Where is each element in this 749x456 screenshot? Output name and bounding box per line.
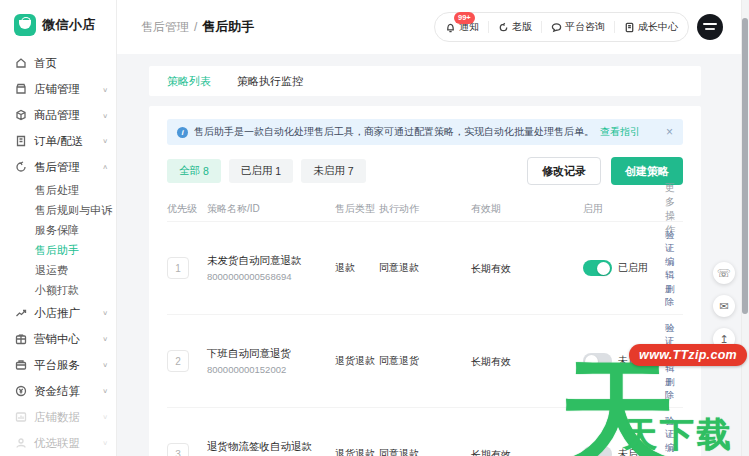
sidebar-item-aftersales[interactable]: 售后管理 (0, 154, 116, 180)
enable-toggle[interactable] (583, 353, 612, 369)
view-guide-link[interactable]: 查看指引 (600, 125, 640, 139)
filter-chip-disabled[interactable]: 未启用7 (301, 159, 365, 183)
validity: 长期有效 (471, 448, 583, 456)
table-row: 3 退货物流签收自动退款800000000232257 退货退款 同意退款 长期… (167, 407, 683, 456)
chevron-up-icon (102, 163, 108, 170)
bell-icon (445, 22, 456, 33)
sidebar-item-platform-services[interactable]: 平台服务 (0, 352, 116, 378)
chevron-down-icon (102, 335, 108, 342)
back-to-top-button[interactable]: ↥ (713, 328, 735, 350)
verify-link[interactable]: 验证 (665, 414, 683, 440)
filter-chip-all[interactable]: 全部8 (167, 159, 221, 183)
person-icon (14, 437, 27, 450)
delete-link[interactable]: 删除 (665, 282, 683, 308)
sidebar-item-shop-mgmt[interactable]: 店铺管理 (0, 76, 116, 102)
growth-center-button[interactable]: 成长中心 (624, 20, 678, 34)
marketing-icon (14, 333, 27, 346)
customer-service-button[interactable]: ☏ (713, 262, 735, 284)
info-banner: i 售后助手是一款自动化处理售后工具，商家可通过配置策略，实现自动化批量处理售后… (167, 119, 683, 145)
verify-link[interactable]: 验证 (665, 321, 683, 347)
info-icon: i (177, 127, 188, 138)
exec-action: 同意退款 (379, 447, 471, 456)
main-area: 售后管理 / 售后助手 通知 99+ 老版 (117, 0, 749, 456)
app-logo: 微信小店 (0, 14, 116, 50)
enable-toggle[interactable] (583, 260, 612, 276)
document-icon (624, 22, 635, 33)
sidebar-item-promotion[interactable]: 小店推广 (0, 300, 116, 326)
sidebar-subitem-return-freight[interactable]: 退运费 (0, 260, 116, 280)
toolbar-buttons: 修改记录 创建策略 (527, 157, 683, 185)
feedback-button[interactable]: ✉ (713, 295, 735, 317)
platform-consult-button[interactable]: 平台咨询 (551, 20, 605, 34)
sidebar-item-product-mgmt[interactable]: 商品管理 (0, 102, 116, 128)
table-row: 1 未发货自动同意退款8000000000568694 退款 同意退款 长期有效… (167, 221, 683, 314)
priority-badge: 3 (167, 443, 189, 456)
sidebar-subitem-aftersales-assistant[interactable]: 售后助手 (0, 240, 116, 260)
delete-link[interactable]: 删除 (665, 375, 683, 401)
content-area: 策略列表 策略执行监控 i 售后助手是一款自动化处理售后工具，商家可通过配置策略… (117, 54, 749, 456)
validity: 长期有效 (471, 355, 583, 368)
filter-chip-enabled[interactable]: 已启用1 (229, 159, 293, 183)
chat-bubble-icon (551, 22, 562, 33)
trend-chart-icon (14, 307, 27, 320)
priority-badge: 2 (167, 350, 189, 372)
enable-label: 已启用 (618, 261, 648, 275)
sidebar-item-shop-data[interactable]: 店铺数据 (0, 404, 116, 430)
aftersales-refresh-icon (14, 161, 27, 174)
enable-label: 未启用 (618, 354, 648, 368)
edit-link[interactable]: 编辑 (665, 255, 683, 281)
upload-icon: ↥ (719, 333, 728, 346)
sidebar: 微信小店 首页 店铺管理 商品管理 订单/配送 售后管理 售后处理 售后规则与申… (0, 0, 117, 456)
strategy-id: 8000000000568694 (207, 271, 329, 282)
close-icon[interactable]: × (666, 126, 673, 138)
chevron-down-icon (102, 439, 108, 446)
sidebar-item-alliance[interactable]: 优选联盟 (0, 430, 116, 456)
filter-chips: 全部8 已启用1 未启用7 (167, 159, 366, 183)
chevron-down-icon (102, 111, 108, 118)
enable-toggle[interactable] (583, 446, 612, 456)
briefcase-icon (14, 359, 27, 372)
chevron-down-icon (102, 137, 108, 144)
notifications-button[interactable]: 通知 99+ (445, 20, 479, 34)
sidebar-item-funds[interactable]: 资金结算 (0, 378, 116, 404)
topbar-actions: 通知 99+ 老版 平台咨询 (434, 12, 723, 42)
edit-link[interactable]: 编辑 (665, 348, 683, 374)
mail-icon: ✉ (719, 300, 728, 313)
edit-link[interactable]: 编辑 (665, 441, 683, 456)
strategy-list-card: i 售后助手是一款自动化处理售后工具，商家可通过配置策略，实现自动化批量处理售后… (149, 106, 701, 456)
tab-strategy-list[interactable]: 策略列表 (167, 74, 211, 89)
strategy-name: 下班自动同意退货 (207, 347, 329, 361)
topbar: 售后管理 / 售后助手 通知 99+ 老版 (117, 0, 749, 54)
sidebar-item-orders[interactable]: 订单/配送 (0, 128, 116, 154)
chevron-down-icon (102, 413, 108, 420)
store-logo-icon (14, 14, 36, 36)
sidebar-item-marketing[interactable]: 营销中心 (0, 326, 116, 352)
modify-log-button[interactable]: 修改记录 (527, 157, 601, 185)
aftersales-type: 退款 (335, 261, 379, 275)
priority-badge: 1 (167, 257, 189, 279)
topbar-actions-pill: 通知 99+ 老版 平台咨询 (434, 12, 689, 42)
strategy-name: 退货物流签收自动退款 (207, 440, 329, 454)
breadcrumb-parent[interactable]: 售后管理 (141, 19, 189, 36)
legacy-version-button[interactable]: 老版 (498, 20, 532, 34)
breadcrumb-separator: / (194, 20, 197, 34)
enable-label: 未启用 (618, 447, 648, 456)
notification-badge: 99+ (454, 12, 475, 24)
breadcrumb: 售后管理 / 售后助手 (141, 18, 254, 36)
verify-link[interactable]: 验证 (665, 228, 683, 254)
shop-icon (14, 83, 27, 96)
filter-row: 全部8 已启用1 未启用7 修改记录 创建策略 (167, 157, 683, 185)
sidebar-subitem-service-guarantee[interactable]: 服务保障 (0, 220, 116, 240)
exec-action: 同意退货 (379, 354, 471, 368)
sidebar-subitem-rules-appeal[interactable]: 售后规则与申诉 (0, 200, 116, 220)
account-avatar[interactable] (697, 14, 723, 40)
scrollbar-thumb[interactable] (742, 18, 748, 314)
switch-refresh-icon (498, 22, 509, 33)
sidebar-item-home[interactable]: 首页 (0, 50, 116, 76)
yuan-coin-icon (14, 385, 27, 398)
tab-strategy-monitor[interactable]: 策略执行监控 (237, 74, 303, 89)
chevron-down-icon (102, 361, 108, 368)
sidebar-subitem-aftersales-handling[interactable]: 售后处理 (0, 180, 116, 200)
sidebar-subitem-small-payment[interactable]: 小额打款 (0, 280, 116, 300)
app-title: 微信小店 (42, 16, 96, 34)
